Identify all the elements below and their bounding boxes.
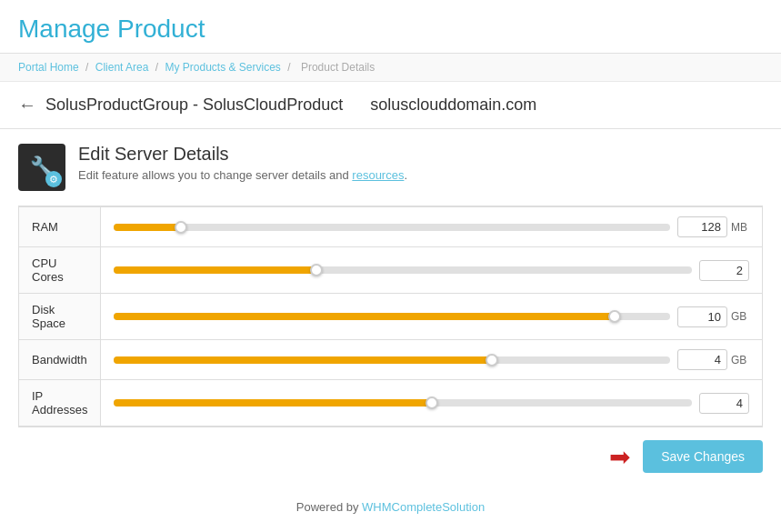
save-changes-button[interactable]: Save Changes bbox=[643, 440, 763, 473]
product-header: ← SolusProductGroup - SolusCloudProduct … bbox=[0, 82, 781, 129]
slider-cell: MB bbox=[101, 207, 762, 247]
slider-track[interactable] bbox=[114, 399, 692, 407]
back-arrow-icon[interactable]: ← bbox=[18, 95, 36, 115]
breadcrumb-product-details: Product Details bbox=[301, 61, 375, 74]
slider-track[interactable] bbox=[114, 266, 692, 274]
slider-cell: GB bbox=[101, 340, 762, 380]
resource-unit: GB bbox=[731, 310, 749, 323]
footer: Powered by WHMCompleteSolution bbox=[0, 486, 781, 528]
resource-value-input[interactable] bbox=[677, 216, 727, 237]
table-row: BandwidthGB bbox=[19, 340, 762, 380]
slider-cell bbox=[101, 380, 762, 427]
section-title: Edit Server Details bbox=[78, 144, 407, 165]
table-row: IP Addresses bbox=[19, 380, 762, 427]
resource-label: Bandwidth bbox=[19, 340, 101, 380]
slider-thumb[interactable] bbox=[486, 354, 498, 366]
section-icon: 🔧 ⚙ bbox=[18, 144, 65, 191]
resource-label: RAM bbox=[19, 207, 101, 247]
resources-link[interactable]: resources bbox=[352, 168, 404, 182]
product-domain: solusclouddomain.com bbox=[370, 95, 536, 115]
footer-link[interactable]: WHMCompleteSolution bbox=[362, 500, 485, 514]
slider-fill bbox=[114, 266, 315, 274]
action-row: ➡ Save Changes bbox=[0, 427, 781, 486]
page-title: Manage Product bbox=[0, 0, 781, 54]
slider-track[interactable] bbox=[114, 356, 670, 364]
slider-thumb[interactable] bbox=[310, 264, 323, 276]
slider-cell: GB bbox=[101, 294, 762, 340]
resource-label: IP Addresses bbox=[19, 380, 101, 427]
section-header: 🔧 ⚙ Edit Server Details Edit feature all… bbox=[0, 129, 781, 206]
slider-fill bbox=[114, 313, 614, 320]
product-name: SolusProductGroup - SolusCloudProduct bbox=[45, 95, 343, 115]
slider-cell bbox=[101, 247, 762, 294]
slider-thumb[interactable] bbox=[175, 221, 187, 234]
resource-value-input[interactable] bbox=[677, 349, 727, 370]
resource-label: CPU Cores bbox=[19, 247, 101, 294]
slider-thumb[interactable] bbox=[608, 310, 621, 323]
breadcrumb-portal-home[interactable]: Portal Home bbox=[18, 61, 79, 74]
main-heading: Manage Product bbox=[18, 15, 763, 44]
breadcrumb-client-area[interactable]: Client Area bbox=[95, 61, 149, 74]
breadcrumb-products-services[interactable]: My Products & Services bbox=[165, 61, 280, 74]
resource-label: Disk Space bbox=[19, 294, 101, 340]
resource-value-input[interactable] bbox=[699, 260, 749, 281]
section-description: Edit feature allows you to change server… bbox=[78, 168, 407, 182]
slider-fill bbox=[114, 356, 492, 364]
slider-track[interactable] bbox=[114, 313, 670, 320]
resource-value-input[interactable] bbox=[677, 306, 727, 327]
resources-table: RAMMBCPU CoresDisk SpaceGBBandwidthGBIP … bbox=[19, 206, 762, 427]
table-row: Disk SpaceGB bbox=[19, 294, 762, 340]
resource-unit: GB bbox=[731, 354, 749, 366]
breadcrumb: Portal Home / Client Area / My Products … bbox=[0, 54, 781, 82]
resource-value-input[interactable] bbox=[699, 393, 749, 414]
slider-fill bbox=[114, 224, 180, 231]
resource-unit: MB bbox=[731, 221, 749, 234]
slider-fill bbox=[114, 399, 432, 407]
gear-badge-icon: ⚙ bbox=[45, 171, 62, 187]
table-row: CPU Cores bbox=[19, 247, 762, 294]
table-row: RAMMB bbox=[19, 207, 762, 247]
slider-track[interactable] bbox=[114, 224, 670, 231]
slider-thumb[interactable] bbox=[426, 396, 438, 409]
arrow-icon: ➡ bbox=[609, 442, 630, 472]
